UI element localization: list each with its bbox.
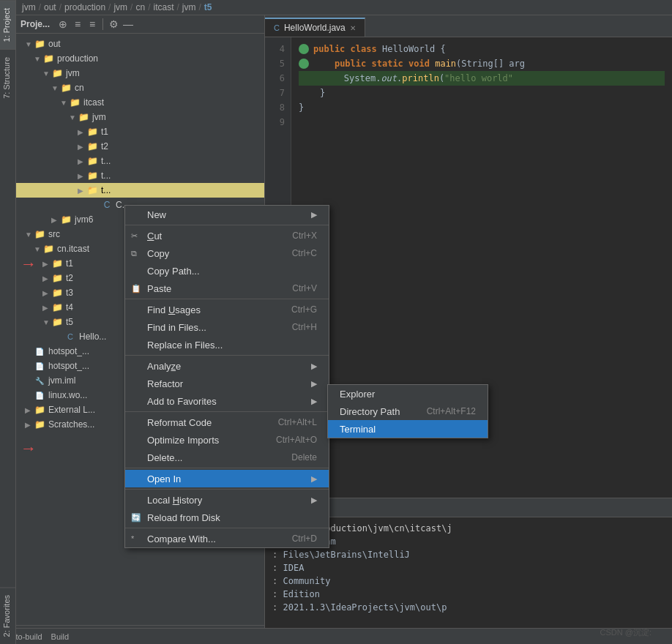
ctx-item-reformat[interactable]: Reformat Code Ctrl+Alt+L (125, 413, 329, 431)
ctx-separator-2 (125, 299, 329, 299)
tab-close-helloworld[interactable]: ✕ (350, 24, 356, 32)
toolbar-icon-settings[interactable]: ⚙ (108, 18, 119, 30)
sidebar-item-project[interactable]: 1: Project (0, 0, 15, 49)
submenu-item-directory-path[interactable]: Directory Path Ctrl+Alt+F12 (328, 402, 488, 420)
status-item-build[interactable]: Build (51, 632, 69, 641)
toolbar-icon-sync[interactable]: ⊕ (57, 18, 69, 30)
tree-item-t3[interactable]: ▶ 📁 t... (16, 154, 264, 168)
folder-icon-jvm6: 📁 (60, 214, 72, 225)
submenu-item-terminal[interactable]: Terminal (328, 420, 488, 438)
ctx-item-open-in[interactable]: Open In ▶ (125, 470, 329, 487)
ctx-item-find-usages[interactable]: Find Usages Ctrl+G (125, 301, 329, 318)
ctx-item-analyze[interactable]: Analyze ▶ (125, 357, 329, 375)
tree-arrow-cn: ▼ (51, 84, 60, 92)
ctx-item-optimize-imports[interactable]: Optimize Imports Ctrl+Alt+O (125, 431, 329, 449)
ctx-separator-5 (125, 468, 329, 468)
toolbar-icon-expand[interactable]: ≡ (86, 18, 98, 30)
run-button-5[interactable] (299, 59, 309, 69)
tree-arrow-src-t2: ▶ (42, 274, 51, 282)
ctx-item-paste[interactable]: 📋 Paste Ctrl+V (125, 280, 329, 297)
class-icon: C (101, 199, 113, 211)
tree-arrow-itcast: ▼ (60, 99, 69, 107)
folder-icon-jvm2: 📁 (78, 111, 89, 123)
run-button-4[interactable] (299, 44, 309, 54)
toolbar-icon-close[interactable]: — (122, 18, 134, 30)
ctx-item-reload[interactable]: 🔄 Reload from Disk (125, 509, 329, 526)
file-icon-linux: 📄 (34, 389, 45, 401)
ctx-separator-3 (125, 355, 329, 356)
tree-arrow-src-t1: ▶ (42, 260, 51, 268)
submenu-item-explorer[interactable]: Explorer (328, 385, 488, 402)
ctx-item-add-favorites[interactable]: Add to Favorites ▶ (125, 392, 329, 410)
code-line-7: } (299, 86, 665, 100)
tree-arrow-jvm6: ▶ (51, 216, 60, 224)
tree-arrow-t5-out: ▶ (78, 187, 86, 195)
tree-item-itcast[interactable]: ▼ 📁 itcast (16, 95, 264, 110)
watermark: CSDN @沉淀: (600, 627, 652, 638)
tree-item-production[interactable]: ▼ 📁 production (16, 51, 264, 66)
folder-icon-src-t5: 📁 (51, 316, 63, 328)
ctx-item-compare[interactable]: * Compare With... Ctrl+D (125, 530, 329, 547)
java-tab-icon: C (274, 23, 280, 32)
ctx-item-replace-in-files[interactable]: Replace in Files... (125, 336, 329, 353)
tree-arrow-t2: ▶ (78, 143, 86, 151)
tree-arrow-src: ▼ (25, 231, 34, 239)
ctx-arrow-favorites: ▶ (311, 397, 317, 406)
tree-arrow-external-l: ▶ (25, 406, 34, 414)
tree-arrow-t3: ▶ (78, 157, 86, 165)
ctx-icon-paste: 📋 (131, 284, 143, 293)
ctx-item-local-history[interactable]: Local History ▶ (125, 491, 329, 509)
folder-icon-scratches: 📁 (34, 419, 45, 430)
terminal-line-5: : Edition (272, 588, 665, 601)
ctx-item-refactor[interactable]: Refactor ▶ (125, 375, 329, 392)
folder-icon-t5-out: 📁 (86, 184, 98, 196)
tree-item-t2[interactable]: ▶ 📁 t2 (16, 139, 264, 154)
folder-icon-external: 📁 (34, 404, 45, 416)
tree-item-t1[interactable]: ▶ 📁 t1 (16, 124, 264, 139)
sidebar-item-favorites[interactable]: 2: Favorites (0, 587, 15, 644)
folder-icon-src-t1: 📁 (51, 258, 63, 269)
toolbar-icon-collapse[interactable]: ≡ (72, 18, 83, 30)
code-line-5: public static void main(String[] arg (299, 56, 665, 71)
tree-item-out[interactable]: ▼ 📁 out (16, 37, 264, 51)
context-menu: New ▶ ✂ Cut Ctrl+X ⧉ Copy Ctrl+C Copy Pa… (124, 205, 329, 548)
terminal-line-2: : Files\JetBrains\IntelliJ (272, 548, 665, 561)
folder-icon-src-t3: 📁 (51, 287, 63, 299)
toolbar-separator (102, 18, 103, 30)
tree-item-t5-out[interactable]: ▶ 📁 t... (16, 183, 264, 198)
ctx-separator-6 (125, 489, 329, 490)
tree-arrow-src-t5: ▼ (42, 318, 51, 326)
ctx-item-delete[interactable]: Delete... Delete (125, 449, 329, 466)
panel-title: Proje... (20, 19, 50, 29)
folder-icon-src-t4: 📁 (51, 302, 63, 313)
tree-arrow-cn-itcast: ▼ (34, 245, 42, 253)
folder-icon-cn: 📁 (60, 82, 72, 94)
tree-item-t4-out[interactable]: ▶ 📁 t... (16, 168, 264, 183)
file-icon-hotspot1: 📄 (34, 345, 45, 357)
ctx-item-copy[interactable]: ⧉ Copy Ctrl+C (125, 244, 329, 262)
folder-icon-t3: 📁 (86, 155, 98, 167)
left-side-tabs: 1: Project 7: Structure 2: Favorites (0, 0, 16, 644)
ctx-item-new[interactable]: New ▶ (125, 206, 329, 223)
tab-helloworld[interactable]: C HelloWorld.java ✕ (265, 18, 365, 37)
panel-toolbar: Proje... ⊕ ≡ ≡ ⚙ — (16, 15, 264, 34)
ctx-item-copy-path[interactable]: Copy Path... (125, 262, 329, 280)
tree-arrow-t4-out: ▶ (78, 172, 86, 180)
tree-item-jvm2[interactable]: ▼ 📁 jvm (16, 110, 264, 124)
folder-icon-cn-itcast: 📁 (42, 243, 54, 255)
tree-item-jvm[interactable]: ▼ 📁 jvm (16, 66, 264, 80)
ctx-icon-compare: * (131, 534, 143, 543)
code-line-6: System.out.println("hello world" (299, 71, 665, 86)
terminal-line-path: jvm\out\production\jvm\cn\itcast\j (272, 522, 665, 535)
editor-tabs: C HelloWorld.java ✕ (265, 15, 672, 37)
sidebar-item-structure[interactable]: 7: Structure (0, 49, 15, 106)
shortcut-directory-path: Ctrl+Alt+F12 (412, 406, 476, 416)
folder-icon-itcast: 📁 (69, 97, 81, 108)
ctx-item-cut[interactable]: ✂ Cut Ctrl+X (125, 227, 329, 244)
ctx-icon-reload: 🔄 (131, 513, 143, 523)
tree-item-cn[interactable]: ▼ 📁 cn (16, 80, 264, 95)
ctx-separator-1 (125, 225, 329, 225)
main-container: 1: Project 7: Structure 2: Favorites jvm… (0, 0, 672, 644)
ctx-item-find-in-files[interactable]: Find in Files... Ctrl+H (125, 318, 329, 336)
code-line-4: public class HelloWorld { (299, 42, 665, 56)
